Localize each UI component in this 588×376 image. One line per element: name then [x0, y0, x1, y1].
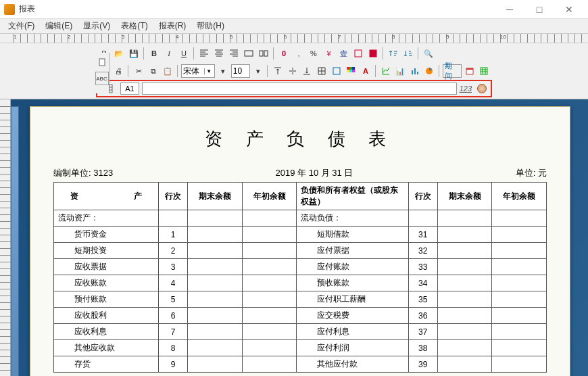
asset-line[interactable]: 9 — [158, 356, 187, 373]
asset-begin-amount[interactable] — [242, 356, 297, 373]
table-row[interactable]: 应收利息7应付利息37 — [54, 324, 547, 340]
asset-end-amount[interactable] — [188, 340, 243, 356]
font-name-select[interactable]: 宋体▼ — [181, 64, 215, 78]
liability-end-amount[interactable] — [437, 259, 492, 275]
liability-end-amount[interactable] — [437, 324, 492, 340]
asset-name[interactable]: 其他应收款 — [54, 340, 159, 356]
asset-begin-amount[interactable] — [242, 291, 297, 308]
menu-report[interactable]: 报表(R) — [153, 19, 192, 33]
asset-end-amount[interactable] — [188, 324, 243, 340]
liability-end-amount[interactable] — [437, 308, 492, 324]
font-size-dropdown-icon[interactable]: ▾ — [251, 64, 265, 78]
table-row[interactable]: 其他应收款8应付利润38 — [54, 340, 547, 356]
cut-icon[interactable]: ✂ — [132, 64, 145, 78]
bold-button[interactable]: B — [147, 47, 161, 60]
asset-begin-amount[interactable] — [242, 324, 297, 340]
sum-icon[interactable]: 壹 — [337, 47, 350, 60]
open-icon[interactable]: 📂 — [112, 47, 126, 60]
asset-begin-amount[interactable] — [242, 227, 297, 243]
underline-button[interactable]: U — [177, 47, 191, 60]
liability-begin-amount[interactable] — [492, 243, 547, 259]
align-right-icon[interactable] — [227, 47, 241, 60]
liability-line[interactable]: 38 — [408, 340, 437, 356]
align-left-icon[interactable] — [197, 47, 211, 60]
color-palette-icon[interactable] — [344, 64, 358, 78]
font-name-dropdown-icon[interactable]: ▾ — [216, 64, 230, 78]
header-end-left[interactable]: 期末余额 — [188, 183, 243, 210]
asset-end-amount[interactable] — [188, 243, 243, 259]
fill-color-icon[interactable] — [366, 47, 380, 60]
valign-bottom-icon[interactable] — [301, 64, 314, 78]
asset-end-amount[interactable] — [188, 275, 243, 291]
liability-name[interactable]: 预收账款 — [297, 275, 408, 291]
liability-begin-amount[interactable] — [492, 356, 547, 373]
asset-name[interactable]: 货币资金 — [54, 227, 159, 243]
asset-end-amount[interactable] — [188, 259, 243, 275]
chart-pie-icon[interactable] — [423, 64, 437, 78]
align-center-icon[interactable] — [212, 47, 226, 60]
liability-begin-amount[interactable] — [492, 324, 547, 340]
liability-name[interactable]: 短期借款 — [297, 227, 408, 243]
liability-name[interactable]: 应付票据 — [297, 243, 408, 259]
liability-line[interactable]: 34 — [408, 275, 437, 291]
header-liability[interactable]: 负债和所有者权益（或股东权益） — [297, 183, 408, 210]
asset-name[interactable]: 存货 — [54, 356, 159, 373]
asset-begin-amount[interactable] — [242, 275, 297, 291]
table-row[interactable]: 短期投资2应付票据32 — [54, 243, 547, 259]
liability-line[interactable]: 36 — [408, 308, 437, 324]
table-row[interactable]: 存货9其他应付款39 — [54, 356, 547, 373]
liability-name[interactable]: 应交税费 — [297, 308, 408, 324]
page-layout-icon[interactable] — [95, 55, 109, 69]
find-icon[interactable]: 🔍 — [422, 47, 435, 60]
table-row[interactable]: 应收票据3应付账款33 — [54, 259, 547, 275]
asset-line[interactable]: 7 — [158, 324, 187, 340]
asset-name[interactable]: 应收股利 — [54, 308, 159, 324]
asset-line[interactable]: 6 — [158, 308, 187, 324]
calendar-icon[interactable] — [463, 64, 476, 78]
liability-end-amount[interactable] — [437, 243, 492, 259]
table-row[interactable]: 应收账款4预收账款34 — [54, 275, 547, 291]
asset-line[interactable]: 3 — [158, 259, 187, 275]
asset-line[interactable]: 5 — [158, 291, 187, 308]
minimize-button[interactable]: ─ — [495, 0, 524, 19]
menu-edit[interactable]: 编辑(E) — [40, 19, 78, 33]
formula-input[interactable] — [142, 83, 457, 95]
asset-begin-amount[interactable] — [242, 340, 297, 356]
sort-desc-icon[interactable] — [401, 47, 415, 60]
asset-end-amount[interactable] — [188, 308, 243, 324]
menu-view[interactable]: 显示(V) — [78, 19, 116, 33]
liability-end-amount[interactable] — [437, 227, 492, 243]
paint-border-icon[interactable] — [351, 47, 365, 60]
liability-name[interactable]: 应付账款 — [297, 259, 408, 275]
close-button[interactable]: ✕ — [554, 0, 584, 19]
period-button[interactable]: 期间 — [443, 64, 462, 78]
asset-name[interactable]: 应收票据 — [54, 259, 159, 275]
liability-line[interactable]: 39 — [408, 356, 437, 373]
liability-line[interactable]: 33 — [408, 259, 437, 275]
liability-begin-amount[interactable] — [492, 308, 547, 324]
asset-end-amount[interactable] — [188, 227, 243, 243]
section-liabilities[interactable]: 流动负债： — [297, 210, 408, 227]
header-line-right[interactable]: 行次 — [408, 183, 437, 210]
asset-line[interactable]: 1 — [158, 227, 187, 243]
header-asset[interactable]: 资 产 — [54, 183, 159, 210]
asset-name[interactable]: 预付账款 — [54, 291, 159, 308]
asset-line[interactable]: 8 — [158, 340, 187, 356]
liability-begin-amount[interactable] — [492, 259, 547, 275]
split-cells-icon[interactable] — [257, 47, 270, 60]
currency-yen-icon[interactable]: ￥ — [322, 47, 335, 60]
copy-icon[interactable]: ⧉ — [147, 64, 160, 78]
decimal-icon[interactable]: 0 — [277, 47, 291, 60]
liability-end-amount[interactable] — [437, 291, 492, 308]
paste-icon[interactable]: 📋 — [161, 64, 174, 78]
asset-name[interactable]: 应收账款 — [54, 275, 159, 291]
abc-marker-icon[interactable]: ABC — [95, 72, 109, 85]
table-row[interactable]: 预付账款5应付职工薪酬35 — [54, 291, 547, 308]
valign-middle-icon[interactable] — [286, 64, 299, 78]
comma-icon[interactable]: , — [292, 47, 305, 60]
number-format-icon[interactable]: 123 — [460, 85, 472, 93]
asset-name[interactable]: 短期投资 — [54, 243, 159, 259]
save-icon[interactable]: 💾 — [127, 47, 141, 60]
header-begin-left[interactable]: 年初余额 — [242, 183, 297, 210]
asset-line[interactable]: 2 — [158, 243, 187, 259]
